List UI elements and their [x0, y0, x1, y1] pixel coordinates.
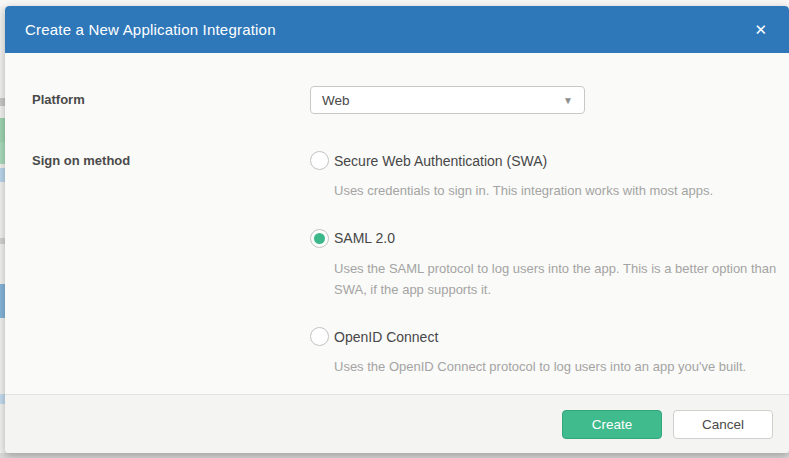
- option-saml-selector[interactable]: SAML 2.0: [310, 229, 789, 248]
- option-saml-label: SAML 2.0: [334, 230, 395, 246]
- platform-dropdown[interactable]: Web ▼: [310, 86, 585, 114]
- radio-button-saml[interactable]: [310, 229, 329, 248]
- close-icon[interactable]: ✕: [752, 18, 769, 41]
- create-button[interactable]: Create: [562, 410, 662, 439]
- modal-title: Create a New Application Integration: [25, 21, 276, 38]
- modal-body: Platform Web ▼ Sign on method Secure Web…: [5, 86, 789, 405]
- radio-button-swa[interactable]: [310, 151, 329, 170]
- create-app-integration-modal: Create a New Application Integration ✕ P…: [5, 6, 789, 453]
- option-swa: Secure Web Authentication (SWA) Uses cre…: [310, 151, 789, 202]
- modal-header: Create a New Application Integration ✕: [5, 6, 789, 53]
- background-page-bottom: [0, 453, 789, 458]
- modal-footer: Create Cancel: [5, 394, 789, 453]
- option-swa-selector[interactable]: Secure Web Authentication (SWA): [310, 151, 789, 170]
- radio-button-openid[interactable]: [310, 327, 329, 346]
- option-swa-description: Uses credentials to sign in. This integr…: [334, 181, 789, 202]
- option-openid-label: OpenID Connect: [334, 329, 438, 345]
- platform-row: Platform Web ▼: [5, 86, 789, 114]
- sign-on-method-row: Sign on method Secure Web Authentication…: [5, 151, 789, 405]
- option-openid-selector[interactable]: OpenID Connect: [310, 327, 789, 346]
- option-saml-description: Uses the SAML protocol to log users into…: [334, 259, 789, 301]
- chevron-down-icon: ▼: [563, 95, 573, 106]
- cancel-button[interactable]: Cancel: [673, 410, 773, 439]
- option-openid-description: Uses the OpenID Connect protocol to log …: [334, 357, 789, 378]
- platform-label: Platform: [32, 92, 85, 107]
- platform-label-col: Platform: [5, 86, 310, 114]
- sign-on-method-label: Sign on method: [32, 153, 130, 168]
- platform-dropdown-value: Web: [322, 93, 350, 108]
- sign-on-options: Secure Web Authentication (SWA) Uses cre…: [310, 151, 789, 405]
- sign-on-method-label-col: Sign on method: [5, 151, 310, 405]
- option-openid: OpenID Connect Uses the OpenID Connect p…: [310, 327, 789, 378]
- option-swa-label: Secure Web Authentication (SWA): [334, 153, 547, 169]
- option-saml: SAML 2.0 Uses the SAML protocol to log u…: [310, 229, 789, 301]
